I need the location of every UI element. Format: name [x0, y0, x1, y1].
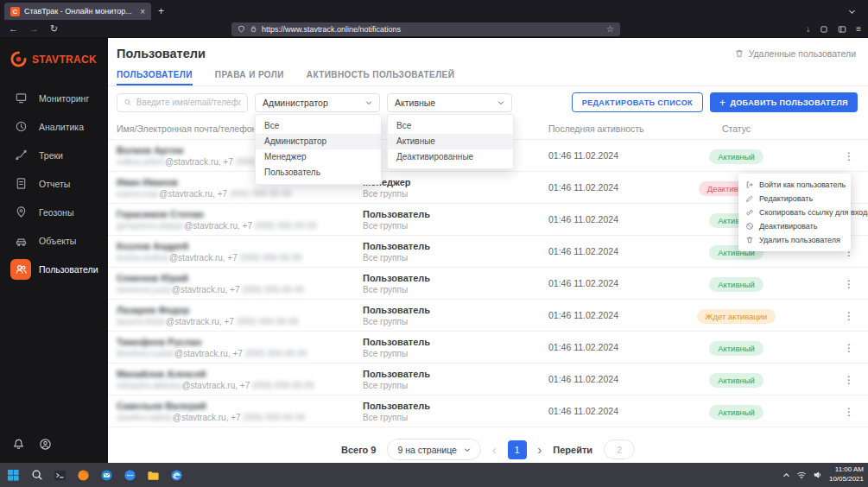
dropdown-option[interactable]: Администратор [256, 134, 381, 149]
user-role: Менеджер [363, 177, 548, 187]
sidebar: STAVTRACK Мониторинг Аналитика Треки От [0, 38, 108, 463]
status-filter-value: Активные [395, 98, 435, 108]
per-page-select[interactable]: 9 на странице [387, 439, 480, 460]
tab-close-icon[interactable]: × [140, 7, 145, 16]
row-menu-kebab-icon[interactable]: ⋮ [840, 406, 858, 418]
user-group: Все группы [363, 317, 548, 326]
taskbar-firefox-icon[interactable] [72, 463, 95, 487]
taskbar-clock[interactable]: 11:00 AM 10/05/2021 [829, 465, 864, 484]
status-badge: Ждет активации [697, 309, 776, 324]
table-row: Лазарев Федор lazarev.fedor@stavtrack.ru… [108, 300, 868, 332]
sidebar-item-analytics[interactable]: Аналитика [0, 112, 108, 141]
sidebar-item-tracks[interactable]: Треки [0, 141, 108, 169]
plus-icon: + [719, 98, 725, 108]
role-filter-select[interactable]: Администратор [255, 93, 380, 112]
deleted-users-link[interactable]: Удаленные пользователи [734, 48, 856, 59]
menu-item-copy-login-link[interactable]: Скопировать ссылку для входа [738, 206, 851, 219]
list-tabs-chevron-icon[interactable] [848, 8, 856, 16]
dropdown-option[interactable]: Активные [388, 134, 513, 149]
column-activity: Последняя активность [548, 123, 682, 134]
status-badge: Активный [709, 149, 763, 164]
sidebar-toggle-icon[interactable] [838, 25, 846, 34]
taskbar-edge-icon[interactable] [165, 463, 188, 487]
clock-time: 11:00 AM [829, 465, 864, 475]
dropdown-option[interactable]: Деактивированные [388, 149, 513, 165]
volume-icon[interactable] [813, 470, 823, 480]
back-button[interactable]: ← [9, 24, 18, 34]
downloads-icon[interactable]: ↓ [806, 24, 810, 34]
row-menu-kebab-icon[interactable]: ⋮ [840, 342, 858, 354]
start-button[interactable] [2, 463, 25, 487]
pagination: Всего 9 9 на странице ‹ 1 › Перейти [108, 427, 868, 460]
extensions-icon[interactable] [820, 25, 828, 34]
menu-item-deactivate[interactable]: Деактивировать [738, 219, 851, 233]
wifi-icon[interactable] [796, 470, 807, 480]
sidebar-item-reports[interactable]: Отчеты [0, 169, 108, 198]
row-menu-kebab-icon[interactable]: ⋮ [840, 374, 858, 386]
reports-icon [10, 174, 31, 194]
app-window: STAVTRACK Мониторинг Аналитика Треки От [0, 38, 868, 463]
tray-chevron-up-icon[interactable] [782, 471, 790, 479]
user-name: Савельев Валерий [117, 401, 363, 411]
page-tab[interactable]: ПОЛЬЗОВАТЕЛИ [117, 65, 193, 85]
user-role: Пользователь [363, 369, 548, 379]
tab-title: СтавТрак - Онлайн монитор... [24, 7, 136, 16]
row-menu-kebab-icon[interactable]: ⋮ [840, 278, 858, 290]
new-tab-button[interactable]: + [158, 5, 164, 17]
profile-icon[interactable] [39, 438, 52, 451]
sidebar-item-objects[interactable]: Объекты [0, 226, 108, 255]
menu-item-label: Войти как пользователь [759, 180, 846, 189]
page-tab[interactable]: АКТИВНОСТЬ ПОЛЬЗОВАТЕЛЕЙ [307, 65, 454, 85]
goto-page-input[interactable] [604, 440, 635, 459]
user-name: Тимофеев Руслан [117, 337, 363, 347]
sidebar-item-users[interactable]: Пользователи [0, 255, 108, 283]
add-user-button[interactable]: + ДОБАВИТЬ ПОЛЬЗОВАТЕЛЯ [710, 92, 858, 112]
main-content: Пользователи Удаленные пользователи ПОЛЬ… [108, 38, 868, 463]
search-input[interactable] [136, 98, 241, 107]
taskbar-terminal-icon[interactable] [48, 463, 72, 487]
row-menu-kebab-icon[interactable]: ⋮ [840, 310, 858, 322]
sidebar-item-monitoring[interactable]: Мониторинг [0, 84, 108, 112]
menu-item-label: Скопировать ссылку для входа [759, 208, 868, 217]
current-page-button[interactable]: 1 [508, 440, 527, 459]
user-name-cell: Козлов Андрей kozlov.andrey@stavtrack.ru… [117, 241, 363, 262]
menu-item-delete-user[interactable]: Удалить пользователя [738, 233, 851, 247]
dropdown-option[interactable]: Пользователь [256, 165, 381, 180]
link-icon [745, 208, 754, 217]
url-bar[interactable]: https://www.stavtrack.online/notificatio… [231, 22, 620, 36]
status-cell: Активный [709, 403, 763, 420]
dropdown-option[interactable]: Все [388, 118, 513, 134]
sidebar-item-geozones[interactable]: Геозоны [0, 198, 108, 226]
page-tab[interactable]: ПРАВА И РОЛИ [215, 65, 284, 85]
bookmark-star-icon[interactable]: ☆ [606, 24, 614, 34]
user-email: ivanov.ivan@stavtrack.ru, +7 (999) 999-9… [117, 189, 363, 199]
browser-tab[interactable]: С СтавТрак - Онлайн монитор... × [4, 3, 151, 20]
user-name-cell: Савельев Валерий savelev.valeriy@stavtra… [117, 401, 363, 422]
lock-icon[interactable] [250, 25, 257, 33]
menu-hamburger-icon[interactable]: ≡ [856, 24, 861, 34]
user-group: Все группы [363, 285, 548, 294]
taskbar-chat-icon[interactable] [118, 463, 142, 487]
tracking-protection-shield-icon[interactable] [238, 25, 245, 33]
prev-page-chevron[interactable]: ‹ [492, 443, 497, 457]
refresh-button[interactable]: ↻ [50, 24, 58, 34]
users-icon [10, 259, 31, 280]
taskbar-files-icon[interactable] [142, 463, 165, 487]
menu-item-edit[interactable]: Редактировать [738, 192, 851, 206]
dropdown-option[interactable]: Менеджер [256, 149, 381, 165]
next-page-chevron[interactable]: › [538, 443, 542, 457]
menu-item-login-as-user[interactable]: Войти как пользователь [738, 178, 851, 192]
forward-button[interactable]: → [29, 24, 39, 34]
edit-list-button[interactable]: РЕДАКТИРОВАТЬ СПИСОК [572, 92, 703, 112]
content-header: Пользователи Удаленные пользователи [108, 38, 868, 65]
taskbar-mail-icon[interactable] [95, 463, 118, 487]
row-menu-kebab-icon[interactable]: ⋮ [840, 150, 858, 162]
dropdown-option[interactable]: Все [256, 118, 381, 134]
status-filter-select[interactable]: Активные [387, 93, 512, 112]
user-group: Все группы [363, 413, 548, 422]
sidebar-item-label: Геозоны [39, 207, 73, 218]
taskbar-search-button[interactable] [25, 463, 48, 487]
notifications-bell-icon[interactable] [12, 438, 25, 451]
user-role: Пользователь [363, 337, 548, 347]
user-role-cell: Менеджер Все группы [363, 177, 548, 199]
